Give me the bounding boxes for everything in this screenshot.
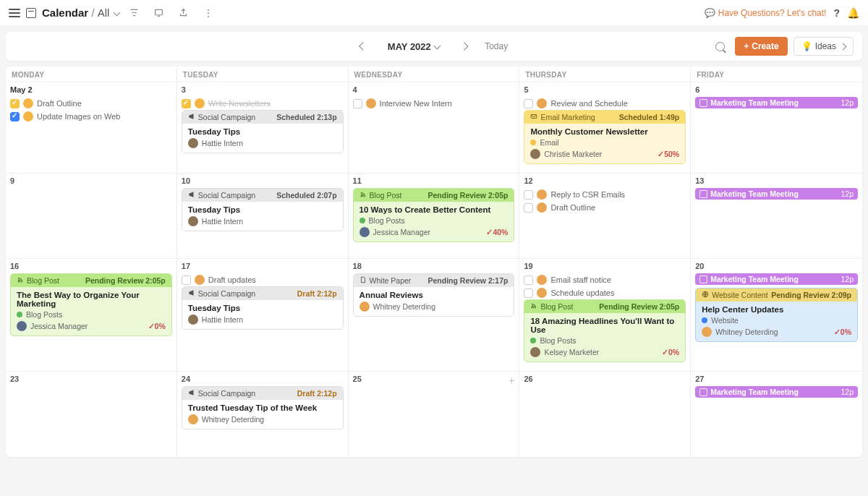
calendar-day[interactable]: 5Review and ScheduleEmail MarketingSched… <box>519 82 691 173</box>
task-item[interactable]: Review and Schedule <box>524 97 686 110</box>
content-card[interactable]: Email MarketingScheduled 1:49pMonthly Cu… <box>524 110 686 164</box>
card-header: Social CampaignDraft 2:12p <box>182 287 343 300</box>
calendar-day[interactable]: 12Reply to CSR EmailsDraft Outline <box>519 174 691 258</box>
card-footer: Whitney Deterding <box>359 302 509 312</box>
calendar-day[interactable]: 10Social CampaignScheduled 2:07pTuesday … <box>177 174 349 258</box>
breadcrumb[interactable]: Calendar / All <box>42 7 119 19</box>
content-card[interactable]: White PaperPending Review 2:17pAnnual Re… <box>353 273 515 317</box>
card-meta: Blog Posts <box>17 310 166 319</box>
assignee-name: Whitney Deterding <box>715 328 778 336</box>
more-button[interactable]: ⋮ <box>199 4 218 22</box>
task-item[interactable]: Draft updates <box>182 273 344 286</box>
card-category: Blog Post <box>27 276 59 285</box>
task-item[interactable]: Reply to CSR Emails <box>524 188 686 201</box>
content-card[interactable]: Social CampaignScheduled 2:13pTuesday Ti… <box>182 110 344 153</box>
card-header: White PaperPending Review 2:17p <box>354 274 514 287</box>
card-header: Social CampaignScheduled 2:13p <box>182 111 343 124</box>
content-card[interactable]: Blog PostPending Review 2:05pThe Best Wa… <box>10 273 172 336</box>
calendar-day[interactable]: May 2Draft OutlineUpdate Images on Web <box>6 82 177 173</box>
prev-month-button[interactable] <box>359 42 367 50</box>
help-icon[interactable]: ? <box>833 7 840 19</box>
card-status: Pending Review 2:05p <box>85 276 166 285</box>
calendar-day[interactable]: 19Email staff noticeSchedule updatesBlog… <box>519 259 691 371</box>
create-button[interactable]: +Create <box>735 37 787 56</box>
month-label[interactable]: MAY 2022 <box>388 41 440 52</box>
calendar-day[interactable]: 6Marketing Team Meeting12p <box>691 82 862 173</box>
calendar-day[interactable]: 26 <box>519 372 691 457</box>
calendar-day[interactable]: 20Marketing Team Meeting12pWebsite Conte… <box>691 259 862 371</box>
task-text: Write Newsletters <box>208 99 271 108</box>
calendar-grid: MONDAYTUESDAYWEDNESDAYTHURSDAYFRIDAY May… <box>6 67 862 457</box>
content-card[interactable]: Social CampaignScheduled 2:07pTuesday Ti… <box>182 188 344 231</box>
checkbox[interactable] <box>524 203 533 213</box>
calendar-day[interactable]: 27Marketing Team Meeting12p <box>691 372 862 457</box>
svg-rect-1 <box>532 115 537 119</box>
next-month-button[interactable] <box>460 42 468 50</box>
content-card[interactable]: Blog PostPending Review 2:05p18 Amazing … <box>524 299 686 362</box>
calendar-day[interactable]: 25+ <box>349 372 520 457</box>
today-button[interactable]: Today <box>485 41 508 51</box>
ideas-button[interactable]: 💡Ideas <box>793 37 854 56</box>
checkbox[interactable] <box>524 288 533 298</box>
notifications-icon[interactable]: 🔔 <box>847 7 859 19</box>
calendar-day[interactable]: 13Marketing Team Meeting12p <box>691 174 862 258</box>
calendar-day[interactable]: 24Social CampaignDraft 2:12pTrusted Tues… <box>177 372 349 457</box>
assignee-name: Whitney Deterding <box>202 415 264 424</box>
calendar-day[interactable]: 16Blog PostPending Review 2:05pThe Best … <box>6 259 177 371</box>
checkbox[interactable] <box>524 99 533 108</box>
checkbox[interactable] <box>182 99 191 108</box>
progress-pct: ✓50% <box>658 150 679 158</box>
filter-button[interactable] <box>125 4 144 22</box>
task-item[interactable]: Email staff notice <box>524 273 686 286</box>
checkbox[interactable] <box>353 99 362 108</box>
date-label: 17 <box>182 262 344 270</box>
event-time: 12p <box>841 275 854 283</box>
globe-icon <box>702 291 709 299</box>
calendar-day[interactable]: 11Blog PostPending Review 2:05p10 Ways t… <box>349 174 520 258</box>
task-text: Update Images on Web <box>37 112 120 121</box>
task-text: Email staff notice <box>550 275 611 284</box>
task-item[interactable]: Draft Outline <box>524 201 686 214</box>
avatar <box>702 327 712 337</box>
content-card[interactable]: Social CampaignDraft 2:12pTrusted Tuesda… <box>182 386 344 429</box>
card-body: Tuesday TipsHattie Intern <box>182 124 343 153</box>
checkbox[interactable] <box>524 190 533 200</box>
event-pill[interactable]: Marketing Team Meeting12p <box>695 386 858 398</box>
assignee-name: Hattie Intern <box>202 315 243 324</box>
checkbox[interactable] <box>10 99 20 108</box>
card-title: Tuesday Tips <box>188 304 337 312</box>
card-status: Pending Review 2:05p <box>428 191 509 200</box>
card-meta: Blog Posts <box>359 216 509 225</box>
task-item[interactable]: Update Images on Web <box>10 110 172 123</box>
task-item[interactable]: Write Newsletters <box>182 97 344 110</box>
event-icon <box>699 388 707 396</box>
calendar-day[interactable]: 18White PaperPending Review 2:17pAnnual … <box>349 259 520 371</box>
calendar-day[interactable]: 17Draft updatesSocial CampaignDraft 2:12… <box>177 259 349 371</box>
help-chat-link[interactable]: 💬 Have Questions? Let's chat! <box>705 8 827 18</box>
checkbox[interactable] <box>524 275 533 285</box>
event-pill[interactable]: Marketing Team Meeting12p <box>695 188 858 200</box>
content-card[interactable]: Blog PostPending Review 2:05p10 Ways to … <box>353 188 515 242</box>
search-button[interactable] <box>710 37 729 56</box>
date-label: 12 <box>524 176 686 185</box>
checkbox[interactable] <box>182 275 191 285</box>
calendar-day[interactable]: 9 <box>6 174 177 258</box>
calendar-week: May 2Draft OutlineUpdate Images on Web3W… <box>6 82 862 174</box>
calendar-day[interactable]: 23 <box>6 372 177 457</box>
task-item[interactable]: Interview New Intern <box>353 97 515 110</box>
add-item-button[interactable]: + <box>509 375 514 386</box>
checkbox[interactable] <box>10 112 20 121</box>
content-card[interactable]: Social CampaignDraft 2:12pTuesday TipsHa… <box>182 286 344 330</box>
event-pill[interactable]: Marketing Team Meeting12p <box>695 273 858 285</box>
share-button[interactable] <box>174 4 193 22</box>
menu-icon[interactable] <box>9 9 20 17</box>
card-category: Email Marketing <box>540 113 595 121</box>
event-pill[interactable]: Marketing Team Meeting12p <box>695 97 858 108</box>
calendar-day[interactable]: 3Write NewslettersSocial CampaignSchedul… <box>177 82 349 173</box>
content-card[interactable]: Website ContentPending Review 2:09pHelp … <box>695 288 858 342</box>
calendar-day[interactable]: 4Interview New Intern <box>349 82 520 173</box>
task-item[interactable]: Schedule updates <box>524 286 686 299</box>
mail-icon <box>530 113 537 121</box>
display-button[interactable] <box>150 4 169 22</box>
task-item[interactable]: Draft Outline <box>10 97 172 110</box>
